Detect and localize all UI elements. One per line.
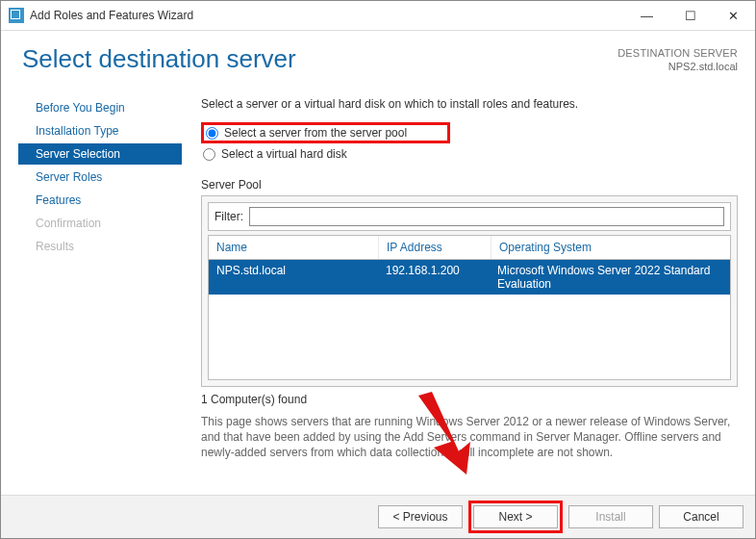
step-server-roles[interactable]: Server Roles [18, 167, 182, 188]
intro-text: Select a server or a virtual hard disk o… [201, 97, 738, 111]
radio-row-pool[interactable]: Select a server from the server pool [201, 120, 738, 145]
radio-group: Select a server from the server pool Sel… [201, 120, 738, 163]
wizard-window: Add Roles and Features Wizard — ☐ ✕ Sele… [0, 0, 756, 539]
previous-button[interactable]: < Previous [378, 505, 463, 528]
header: Select destination server DESTINATION SE… [1, 31, 755, 74]
server-pool-panel: Filter: Name IP Address Operating System… [201, 195, 738, 387]
annotation-radio-highlight: Select a server from the server pool [201, 122, 450, 143]
grid-body[interactable]: NPS.std.local 192.168.1.200 Microsoft Wi… [208, 260, 731, 380]
close-button[interactable]: ✕ [712, 1, 755, 30]
cell-ip: 192.168.1.200 [378, 260, 490, 295]
step-server-selection[interactable]: Server Selection [18, 143, 182, 165]
footer: < Previous Next > Install Cancel [1, 495, 755, 538]
step-results: Results [18, 236, 182, 257]
install-button: Install [568, 505, 653, 528]
cancel-button[interactable]: Cancel [659, 505, 743, 528]
destination-value: NPS2.std.local [617, 60, 738, 73]
body: Before You Begin Installation Type Serve… [1, 74, 755, 495]
radio-row-vhd[interactable]: Select a virtual hard disk [201, 145, 738, 163]
grid-header: Name IP Address Operating System [208, 235, 731, 260]
radio-server-pool[interactable] [206, 127, 218, 140]
destination-label: DESTINATION SERVER [617, 46, 738, 60]
annotation-next-highlight: Next > [468, 500, 563, 533]
cell-name: NPS.std.local [209, 260, 378, 295]
step-before-you-begin[interactable]: Before You Begin [18, 97, 182, 118]
maximize-button[interactable]: ☐ [668, 1, 712, 30]
server-row[interactable]: NPS.std.local 192.168.1.200 Microsoft Wi… [209, 260, 730, 295]
destination-info: DESTINATION SERVER NPS2.std.local [617, 46, 738, 74]
hint-text: This page shows servers that are running… [201, 414, 738, 461]
col-header-ip[interactable]: IP Address [379, 236, 491, 259]
cell-os: Microsoft Windows Server 2022 Standard E… [490, 260, 730, 295]
col-header-os[interactable]: Operating System [491, 236, 730, 259]
titlebar: Add Roles and Features Wizard — ☐ ✕ [1, 1, 755, 31]
minimize-button[interactable]: — [625, 1, 668, 30]
page-title: Select destination server [22, 44, 296, 74]
step-installation-type[interactable]: Installation Type [18, 120, 182, 141]
app-icon [9, 8, 24, 23]
radio-vhd-label: Select a virtual hard disk [221, 147, 347, 161]
step-confirmation: Confirmation [18, 213, 182, 234]
filter-input[interactable] [249, 207, 724, 226]
next-button[interactable]: Next > [473, 505, 558, 528]
window-title: Add Roles and Features Wizard [30, 9, 625, 22]
window-controls: — ☐ ✕ [625, 1, 755, 30]
col-header-name[interactable]: Name [209, 236, 379, 259]
filter-label: Filter: [214, 210, 243, 223]
radio-vhd[interactable] [203, 148, 215, 161]
step-features[interactable]: Features [18, 190, 182, 211]
computers-found: 1 Computer(s) found [201, 393, 738, 406]
radio-server-pool-label: Select a server from the server pool [224, 126, 407, 140]
main-panel: Select a server or a virtual hard disk o… [182, 97, 738, 495]
server-pool-label: Server Pool [201, 178, 738, 192]
nav-steps: Before You Begin Installation Type Serve… [18, 97, 182, 495]
filter-row: Filter: [208, 202, 731, 231]
